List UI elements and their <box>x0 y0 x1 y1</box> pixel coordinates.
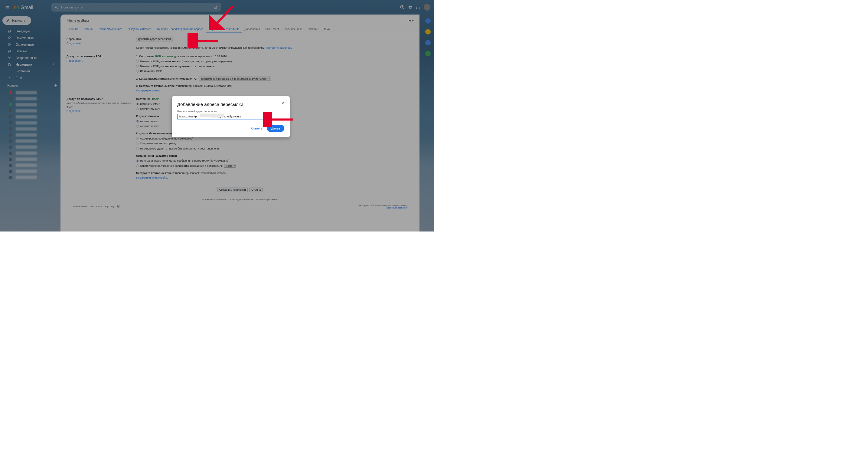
add-forwarding-dialog: Добавление адреса пересылки ✕ Введите но… <box>172 96 290 137</box>
forwarding-email-input[interactable] <box>177 114 284 119</box>
obscured-portion <box>200 114 224 117</box>
dialog-title: Добавление адреса пересылки <box>177 102 284 107</box>
dialog-label: Введите новый адрес пересылки: <box>177 110 284 113</box>
dialog-next-button[interactable]: Далее <box>267 125 284 132</box>
close-icon[interactable]: ✕ <box>280 100 285 106</box>
dialog-cancel-button[interactable]: Отмена <box>249 125 265 132</box>
